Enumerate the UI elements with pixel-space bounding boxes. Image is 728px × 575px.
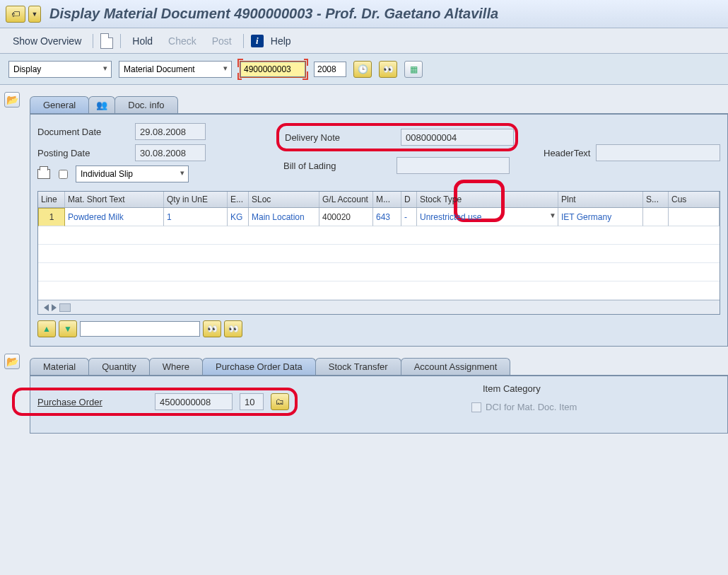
- purchase-order-callout: Purchase Order 4500000008 10 🗂: [12, 388, 298, 416]
- col-qty[interactable]: Qty in UnE: [164, 192, 228, 207]
- cell-line[interactable]: 1: [38, 208, 65, 226]
- collapse-detail-button[interactable]: 📂: [4, 354, 20, 369]
- col-mat-short-text[interactable]: Mat. Short Text: [65, 192, 164, 207]
- items-header: Line Mat. Short Text Qty in UnE E... SLo…: [38, 192, 720, 208]
- print-icon[interactable]: [37, 169, 50, 179]
- find-in-table-button[interactable]: 👀: [203, 320, 221, 337]
- table-row: [38, 281, 720, 300]
- cell-d: -: [401, 208, 417, 226]
- dci-checkbox: [471, 402, 481, 412]
- tab-general[interactable]: General: [30, 96, 89, 113]
- find-next-button[interactable]: 👀: [224, 320, 242, 337]
- cell-plnt[interactable]: IET Germany: [558, 208, 643, 226]
- header-panel-body: Document Date 29.08.2008 Posting Date 30…: [30, 113, 728, 347]
- col-plnt[interactable]: Plnt: [558, 192, 643, 207]
- col-s[interactable]: S...: [643, 192, 669, 207]
- vendor-icon: 👥: [96, 100, 107, 110]
- app-root: 🏷 ▼ Display Material Document 4900000003…: [0, 0, 728, 575]
- cell-sloc[interactable]: Main Location: [249, 208, 319, 226]
- titlebar: 🏷 ▼ Display Material Document 4900000003…: [0, 0, 728, 28]
- tab-stock-transfer[interactable]: Stock Transfer: [315, 358, 401, 375]
- binoculars-icon: 👀: [228, 324, 239, 334]
- divider: [243, 34, 244, 48]
- help-button[interactable]: Help: [266, 35, 295, 47]
- table-filter-bar: ▲ ▼ 👀 👀: [37, 320, 720, 337]
- scroll-left-icon[interactable]: [44, 304, 49, 311]
- purchase-order-label[interactable]: Purchase Order: [20, 397, 148, 407]
- header-tabstrip: General 👥 Doc. info: [30, 95, 728, 113]
- tab-doc-info[interactable]: Doc. info: [115, 96, 177, 113]
- cell-mvt: 643: [373, 208, 401, 226]
- sort-asc-button[interactable]: ▲: [37, 320, 56, 337]
- col-eun[interactable]: E...: [228, 192, 249, 207]
- col-stock-type[interactable]: Stock Type: [417, 192, 558, 207]
- col-d[interactable]: D: [401, 192, 417, 207]
- find-button[interactable]: 👀: [379, 61, 397, 78]
- slip-select[interactable]: Individual Slip: [76, 165, 189, 182]
- layout-button[interactable]: ▦: [404, 61, 423, 78]
- sort-desc-button[interactable]: ▼: [59, 320, 77, 337]
- execute-icon: 🕒: [358, 64, 368, 74]
- items-table: Line Mat. Short Text Qty in UnE E... SLo…: [37, 191, 720, 315]
- tab-vendor[interactable]: 👥: [88, 96, 115, 113]
- document-number-input[interactable]: [240, 62, 305, 77]
- col-gl[interactable]: G/L Account: [319, 192, 373, 207]
- cell-stock-type[interactable]: Unrestricted use ▼: [417, 208, 558, 226]
- execute-button[interactable]: 🕒: [353, 61, 372, 78]
- purchase-order-item-field: 10: [240, 393, 264, 410]
- tab-purchase-order-data[interactable]: Purchase Order Data: [202, 358, 316, 375]
- chevron-down-icon: ▼: [32, 11, 38, 18]
- tab-material[interactable]: Material: [30, 358, 89, 375]
- print-checkbox[interactable]: [59, 170, 68, 179]
- header-text-field: [596, 144, 720, 161]
- col-cus[interactable]: Cus: [669, 192, 720, 207]
- selection-bar: Display Material Document 🕒 👀 ▦: [0, 54, 728, 85]
- scroll-thumb[interactable]: [59, 303, 71, 312]
- col-sloc[interactable]: SLoc: [249, 192, 319, 207]
- cell-gl: 400020: [319, 208, 373, 226]
- hold-button[interactable]: Hold: [128, 35, 157, 47]
- document-flow-button[interactable]: 🗂: [271, 393, 289, 410]
- filter-input[interactable]: [80, 321, 200, 337]
- delivery-note-label: Delivery Note: [281, 127, 401, 147]
- cell-mat[interactable]: Powdered Milk: [65, 208, 164, 226]
- scroll-right-icon[interactable]: [52, 304, 57, 311]
- system-menu-button[interactable]: 🏷: [6, 6, 25, 23]
- header-panel: 📂 General 👥 Doc. info Document Date 29.0…: [0, 89, 728, 347]
- ref-doc-type-select[interactable]: Material Document: [119, 61, 232, 78]
- show-overview-button[interactable]: Show Overview: [8, 35, 86, 47]
- new-document-icon[interactable]: [100, 33, 113, 49]
- sort-asc-icon: ▲: [42, 324, 51, 334]
- purchase-order-number-field: 4500000008: [155, 393, 233, 410]
- tab-account-assignment[interactable]: Account Assignment: [401, 358, 511, 375]
- document-flow-icon: 🗂: [276, 397, 284, 407]
- tab-where[interactable]: Where: [149, 358, 203, 375]
- tab-quantity[interactable]: Quantity: [88, 358, 149, 375]
- item-category-label: Item Category: [483, 383, 541, 394]
- action-select[interactable]: Display: [8, 61, 112, 78]
- collapse-header-button[interactable]: 📂: [4, 92, 20, 108]
- cell-eun: KG: [228, 208, 249, 226]
- menubar: Show Overview Hold Check Post i Help: [0, 28, 728, 54]
- document-year-input[interactable]: [314, 62, 346, 77]
- table-row: [38, 245, 720, 263]
- cell-qty: 1: [164, 208, 228, 226]
- chevron-down-icon[interactable]: ▼: [549, 211, 556, 219]
- table-row: [38, 226, 720, 245]
- folder-open-icon: 📂: [6, 356, 18, 367]
- divider: [120, 34, 121, 48]
- delivery-note-callout: Delivery Note 0080000004: [276, 123, 518, 151]
- page-title: Display Material Document 4900000003 - P…: [49, 6, 498, 22]
- document-date-field: 29.08.2008: [135, 123, 206, 140]
- posting-date-label: Posting Date: [37, 148, 129, 158]
- table-row[interactable]: 1 Powdered Milk 1 KG Main Location 40002…: [38, 208, 720, 226]
- col-line[interactable]: Line: [38, 192, 65, 207]
- table-row: [38, 263, 720, 281]
- post-button: Post: [208, 35, 236, 47]
- binoculars-icon: 👀: [207, 324, 218, 334]
- document-date-label: Document Date: [37, 127, 129, 137]
- system-menu-dropdown[interactable]: ▼: [28, 6, 41, 23]
- col-mvt[interactable]: M...: [373, 192, 401, 207]
- table-horizontal-scrollbar[interactable]: [38, 300, 720, 314]
- sort-desc-icon: ▼: [64, 324, 72, 334]
